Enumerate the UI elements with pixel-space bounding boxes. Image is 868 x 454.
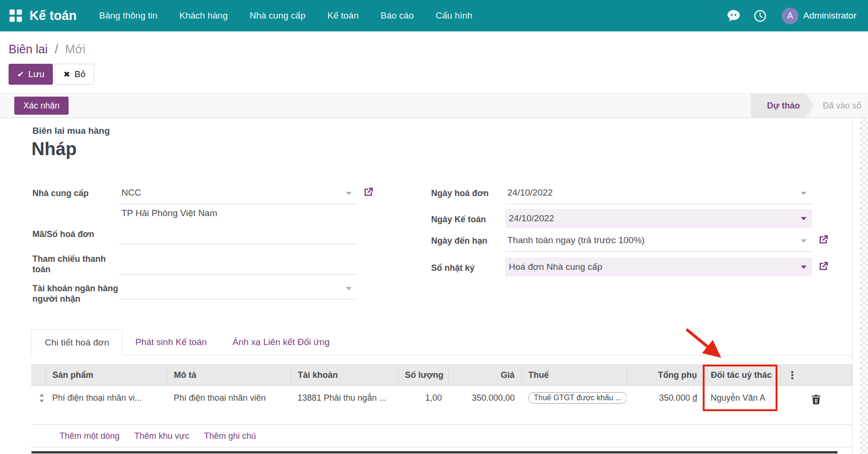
vendor-input[interactable]: NCC: [119, 187, 357, 204]
discard-button[interactable]: ✖ Bỏ: [55, 64, 94, 85]
breadcrumb-parent-link[interactable]: Biên lai: [9, 42, 48, 56]
delete-row-icon[interactable]: [811, 394, 821, 405]
document-type-label: Biên lai mua hàng: [32, 126, 868, 136]
vendor-label: Nhà cung cấp: [32, 187, 119, 204]
drag-handle-icon: [39, 394, 45, 403]
breadcrumb: Biên lai / Mới: [9, 41, 859, 57]
field-invoice-ref: Mã/Số hoá đơn: [32, 228, 362, 244]
field-journal: Sổ nhật ký Hoá đơn Nhà cung cấp: [431, 257, 829, 276]
due-date-input[interactable]: Thanh toán ngay (trả trước 100%): [505, 235, 812, 252]
navbar-right: A Administrator: [720, 8, 858, 24]
accounting-date-input[interactable]: 24/10/2022: [505, 209, 812, 228]
chevron-down-icon[interactable]: [801, 217, 807, 220]
tab-counterpart-mapping[interactable]: Ánh xạ Liên kết Đối ứng: [220, 329, 343, 355]
journal-label: Sổ nhật ký: [431, 257, 505, 276]
field-invoice-date: Ngày hoá đơn 24/10/2022: [431, 187, 829, 204]
external-link-icon[interactable]: [817, 260, 830, 274]
nav-item-dashboard[interactable]: Bảng thông tin: [88, 0, 169, 31]
invoice-date-label: Ngày hoá đơn: [431, 187, 505, 204]
nav-item-customers[interactable]: Khách hàng: [169, 0, 239, 31]
currency-symbol: đ: [692, 393, 697, 403]
nav-item-accounting[interactable]: Kế toán: [316, 0, 370, 31]
payment-ref-input[interactable]: [119, 253, 357, 275]
bank-account-input[interactable]: [119, 282, 357, 299]
bank-account-label: Tài khoản ngân hàng người nhận: [32, 282, 119, 304]
header-subtotal: Tổng phụ: [627, 365, 704, 386]
x-icon: ✖: [63, 69, 70, 79]
form-sheet: Biên lai mua hàng Nháp Nhà cung cấp NCC …: [0, 126, 868, 454]
user-menu[interactable]: A Administrator: [773, 8, 858, 24]
field-vendor: Nhà cung cấp NCC: [32, 187, 362, 204]
cell-account[interactable]: 13881 Phải thu ngắn ...: [291, 386, 398, 425]
table-footer-links: Thêm một dòng Thêm khu vực Thêm ghi chú: [31, 425, 852, 447]
top-navbar: Kế toán Bảng thông tin Khách hàng Nhà cu…: [0, 0, 868, 31]
chevron-down-icon[interactable]: [346, 287, 352, 290]
tab-journal-items[interactable]: Phát sinh Kế toán: [122, 329, 220, 355]
statusbar-stages: Dự thảo Đã vào sổ: [751, 94, 868, 118]
cell-subtotal[interactable]: 350.000 đ: [627, 386, 704, 425]
invoice-ref-label: Mã/Số hoá đơn: [32, 228, 119, 244]
user-avatar: A: [782, 8, 798, 24]
header-quantity: Số lượng: [398, 365, 449, 386]
nav-item-vendors[interactable]: Nhà cung cấp: [239, 0, 316, 31]
invoice-lines-table: Sản phẩm Mô tả Tài khoản Số lượng Giá Th…: [31, 365, 852, 425]
sheet-right-edge: [852, 119, 853, 454]
check-icon: ✔: [17, 69, 24, 79]
invoice-ref-input[interactable]: [119, 228, 357, 244]
vendor-address: TP Hải Phòng Việt Nam: [119, 208, 362, 218]
due-date-label: Ngày đến hạn: [431, 235, 505, 252]
table-row: Phí điện thoại nhân vi... Phí điện thoại…: [32, 386, 852, 425]
stage-posted[interactable]: Đã vào sổ: [823, 101, 861, 111]
invoice-date-input[interactable]: 24/10/2022: [505, 187, 812, 204]
chevron-down-icon[interactable]: [346, 192, 352, 195]
nav-item-configuration[interactable]: Cấu hình: [424, 0, 483, 31]
confirm-button[interactable]: Xác nhận: [14, 97, 69, 115]
transparency-strip: [860, 118, 868, 454]
tax-tag[interactable]: Thuế GTGT được khấu ...: [528, 392, 627, 404]
form-right-column: Ngày hoá đơn 24/10/2022 Ngày Kế toán 24/…: [431, 187, 829, 304]
accounting-date-label: Ngày Kế toán: [431, 209, 505, 228]
chevron-down-icon[interactable]: [801, 192, 807, 195]
odoo-receipt-form-page: Kế toán Bảng thông tin Khách hàng Nhà cu…: [0, 0, 868, 454]
section-divider: [31, 451, 838, 454]
row-drag-cell[interactable]: [32, 386, 46, 425]
cell-trust-partner[interactable]: Nguyễn Văn A: [704, 386, 780, 425]
header-account: Tài khoản: [291, 365, 398, 386]
document-state-title: Nháp: [31, 139, 868, 159]
chevron-down-icon[interactable]: [801, 239, 807, 243]
form-fields: Nhà cung cấp NCC TP Hải Phòng Việt Nam M…: [32, 187, 868, 304]
cell-quantity[interactable]: 1,00: [398, 386, 449, 425]
stage-draft[interactable]: Dự thảo: [751, 94, 814, 118]
cell-tax[interactable]: Thuế GTGT được khấu ...: [522, 386, 627, 425]
cell-actions: [780, 386, 852, 425]
activities-clock-icon[interactable]: [747, 10, 773, 22]
header-trust-partner: Đối tác uỷ thác: [704, 365, 780, 386]
tab-strip: Chi tiết hoá đơn Phát sinh Kế toán Ánh x…: [31, 329, 852, 355]
optional-columns-icon[interactable]: ⋮: [780, 365, 852, 386]
add-section-link[interactable]: Thêm khu vực: [134, 431, 189, 441]
user-name: Administrator: [803, 10, 857, 21]
cell-description[interactable]: Phí điện thoại nhân viên: [167, 386, 291, 425]
save-button[interactable]: ✔ Lưu: [9, 64, 53, 85]
journal-input[interactable]: Hoá đơn Nhà cung cấp: [505, 257, 812, 276]
payment-ref-label: Tham chiếu thanh toán: [32, 253, 119, 275]
cell-product[interactable]: Phí điện thoại nhân vi...: [46, 386, 167, 425]
table-header-row: Sản phẩm Mô tả Tài khoản Số lượng Giá Th…: [32, 365, 852, 386]
external-link-icon[interactable]: [362, 186, 375, 199]
breadcrumb-current: Mới: [65, 42, 86, 56]
apps-grid-icon[interactable]: [10, 10, 22, 22]
header-drag-handle: [32, 365, 46, 386]
cell-price[interactable]: 350.000,00: [449, 386, 522, 425]
chevron-down-icon[interactable]: [801, 266, 807, 269]
header-description: Mô tả: [167, 365, 291, 386]
nav-item-reports[interactable]: Báo cáo: [370, 0, 425, 31]
app-brand[interactable]: Kế toán: [30, 9, 77, 23]
header-tax: Thuế: [522, 365, 627, 386]
external-link-icon[interactable]: [817, 234, 830, 247]
form-left-column: Nhà cung cấp NCC TP Hải Phòng Việt Nam M…: [32, 187, 362, 304]
breadcrumb-separator: /: [55, 42, 58, 56]
tab-invoice-lines[interactable]: Chi tiết hoá đơn: [31, 329, 122, 355]
add-note-link[interactable]: Thêm ghi chú: [204, 431, 256, 441]
messages-icon[interactable]: [720, 10, 747, 22]
add-line-link[interactable]: Thêm một dòng: [60, 431, 120, 441]
